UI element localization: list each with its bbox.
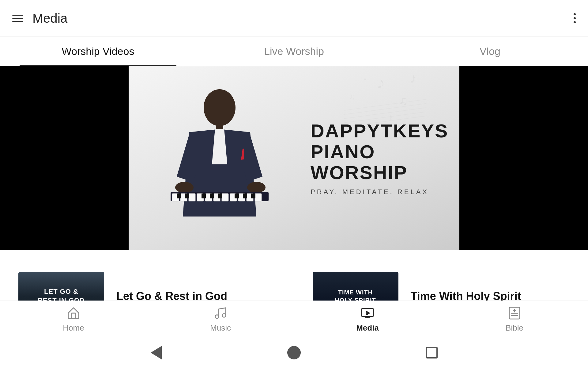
thumbnail-holy-text: TIME WITH HOLY SPIRIT	[335, 288, 376, 304]
nav-label-music: Music	[210, 323, 231, 333]
svg-point-13	[175, 182, 194, 193]
music-notes-decoration: ♪ ♫ ♩ ♪ ♫ ♪	[294, 66, 459, 177]
home-circle-icon	[287, 346, 301, 359]
pianist-figure	[161, 79, 278, 250]
nav-item-media[interactable]: Media	[294, 305, 441, 333]
musician-area	[129, 66, 311, 250]
hero-image: ♪ ♫ ♩ ♪ ♫ ♪	[129, 66, 459, 250]
svg-point-35	[215, 315, 219, 319]
nav-label-home: Home	[63, 323, 84, 333]
tab-bar: Worship Videos Live Worship Vlog	[0, 37, 588, 66]
tab-live-worship[interactable]: Live Worship	[196, 37, 392, 66]
nav-item-bible[interactable]: Bible	[441, 305, 588, 333]
recent-button[interactable]	[424, 345, 439, 360]
svg-text:♩: ♩	[363, 71, 368, 82]
svg-rect-28	[185, 194, 189, 198]
svg-text:♪: ♪	[410, 70, 417, 86]
header-left: Media	[12, 11, 67, 26]
nav-label-bible: Bible	[506, 323, 523, 333]
svg-text:♪: ♪	[377, 73, 385, 92]
svg-rect-27	[177, 194, 181, 198]
hero-tagline: PRAY. MEDITATE. RELAX	[311, 188, 453, 196]
hero-banner: ♪ ♫ ♩ ♪ ♫ ♪	[0, 66, 588, 250]
thumbnail-letgo-text: LET GO & REST IN GOD	[38, 287, 85, 305]
svg-point-14	[247, 182, 266, 193]
home-icon	[66, 305, 81, 321]
bottom-navigation: Home Music Media	[0, 301, 588, 337]
hero-side-left	[0, 66, 129, 250]
svg-rect-30	[210, 194, 214, 198]
svg-line-9	[344, 112, 426, 123]
tab-worship-videos[interactable]: Worship Videos	[0, 37, 196, 66]
recent-square-icon	[426, 347, 438, 358]
svg-rect-22	[222, 194, 228, 201]
hamburger-menu-button[interactable]	[12, 15, 23, 22]
hero-center[interactable]: ♪ ♫ ♩ ♪ ♫ ♪	[129, 66, 459, 250]
svg-rect-26	[255, 194, 262, 201]
media-icon	[360, 305, 375, 321]
back-button[interactable]	[149, 345, 164, 360]
svg-text:♫: ♫	[349, 92, 355, 101]
svg-point-11	[204, 89, 236, 126]
tab-vlog[interactable]: Vlog	[392, 37, 588, 66]
svg-rect-31	[218, 194, 222, 198]
system-nav-bar	[0, 337, 588, 368]
svg-text:♪: ♪	[388, 111, 393, 124]
svg-line-7	[344, 104, 426, 115]
bible-icon	[507, 305, 522, 321]
back-arrow-icon	[151, 346, 162, 359]
nav-item-music[interactable]: Music	[147, 305, 294, 333]
svg-line-10	[344, 116, 426, 127]
svg-rect-29	[202, 194, 206, 198]
svg-rect-34	[251, 194, 255, 198]
app-header: Media	[0, 0, 588, 37]
svg-rect-40	[509, 307, 520, 319]
page-title: Media	[32, 11, 67, 26]
svg-line-6	[344, 99, 426, 110]
svg-line-8	[344, 108, 426, 119]
svg-rect-18	[189, 194, 195, 201]
nav-label-media: Media	[356, 323, 379, 333]
svg-point-36	[222, 314, 226, 317]
svg-text:♫: ♫	[399, 94, 408, 108]
svg-rect-32	[235, 194, 239, 198]
hero-side-right	[459, 66, 588, 250]
svg-rect-33	[243, 194, 247, 198]
more-options-button[interactable]	[574, 13, 576, 23]
home-button[interactable]	[286, 345, 302, 360]
nav-item-home[interactable]: Home	[0, 305, 147, 333]
music-icon	[213, 305, 228, 321]
